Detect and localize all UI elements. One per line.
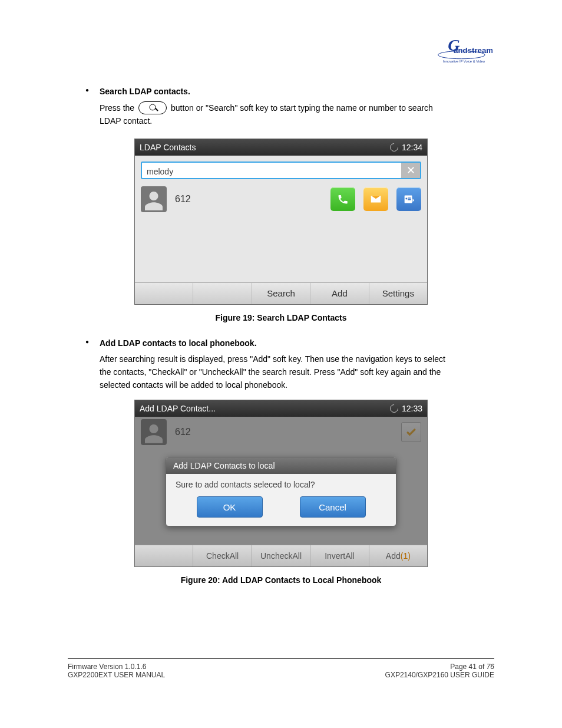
contact-row[interactable]: 612 bbox=[135, 184, 427, 215]
ok-button[interactable]: OK bbox=[197, 496, 263, 518]
figure-ldap-search: LDAP Contacts 12:34 melody ✕ 612 bbox=[134, 139, 428, 305]
contact-number: 612 bbox=[175, 194, 322, 205]
save-contact-button[interactable] bbox=[396, 187, 421, 211]
dialog-title: Add LDAP Contacts to local bbox=[166, 457, 396, 474]
figure-add-ldap: Add LDAP Contact... 12:33 612 Add LDAP C… bbox=[134, 400, 428, 567]
footer-rule bbox=[68, 658, 494, 659]
confirm-dialog: Add LDAP Contacts to local Sure to add c… bbox=[166, 457, 396, 526]
cancel-button[interactable]: Cancel bbox=[300, 496, 366, 518]
search-key-icon bbox=[138, 101, 167, 114]
softkey-uncheckall[interactable]: UncheckAll bbox=[252, 545, 310, 566]
softkey-search[interactable]: Search bbox=[252, 283, 310, 304]
avatar-icon bbox=[141, 186, 167, 212]
softkey-blank-2 bbox=[193, 283, 251, 304]
bullet-title: Search LDAP contacts. bbox=[100, 87, 190, 96]
dialog-message: Sure to add contacts seleced to local? bbox=[166, 474, 396, 492]
footer: Firmware Version 1.0.1.6 GXP2200EXT USER… bbox=[68, 663, 494, 679]
softkey-add[interactable]: Add(1) bbox=[369, 545, 427, 566]
call-button[interactable] bbox=[330, 187, 355, 211]
svg-text:Innovative IP Voice & Video: Innovative IP Voice & Video bbox=[443, 60, 485, 63]
clock: 12:33 bbox=[402, 404, 422, 413]
brand-logo: G andstream Innovative IP Voice & Video bbox=[432, 32, 492, 67]
screen-title: LDAP Contacts bbox=[140, 143, 196, 152]
refresh-icon bbox=[388, 403, 400, 415]
softkey-checkall[interactable]: CheckAll bbox=[193, 545, 251, 566]
refresh-icon bbox=[388, 141, 400, 153]
message-button[interactable] bbox=[363, 187, 388, 211]
search-input[interactable]: melody bbox=[141, 162, 402, 179]
figure-caption-1: Figure 19: Search LDAP Contacts bbox=[68, 313, 494, 322]
softkey-blank bbox=[135, 545, 193, 566]
figure-caption-2: Figure 20: Add LDAP Contacts to Local Ph… bbox=[68, 575, 494, 585]
softkey-blank-1 bbox=[135, 283, 193, 304]
svg-text:andstream: andstream bbox=[454, 46, 492, 55]
screen-title: Add LDAP Contact... bbox=[140, 404, 216, 413]
softkey-invertall[interactable]: InvertAll bbox=[310, 545, 368, 566]
clock: 12:34 bbox=[402, 143, 422, 152]
bullet-title: Add LDAP contacts to local phonebook. bbox=[100, 338, 257, 348]
softkey-add[interactable]: Add bbox=[310, 283, 368, 304]
clear-search-button[interactable]: ✕ bbox=[401, 162, 421, 179]
softkey-settings[interactable]: Settings bbox=[369, 283, 427, 304]
svg-point-5 bbox=[405, 197, 407, 199]
bullet-add-ldap: Add LDAP contacts to local phonebook. Af… bbox=[85, 337, 494, 392]
bullet-search-ldap: Search LDAP contacts. Press the button o… bbox=[85, 85, 494, 128]
